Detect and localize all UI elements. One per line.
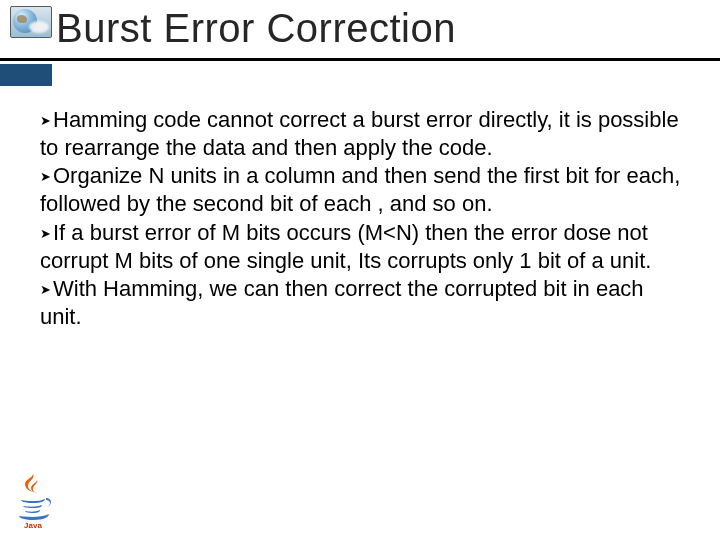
- bullet-text: With Hamming, we can then correct the co…: [40, 276, 644, 329]
- svg-text:Java: Java: [24, 521, 42, 530]
- globe-icon: [10, 6, 52, 38]
- chevron-right-icon: ➤: [40, 282, 51, 297]
- chevron-right-icon: ➤: [40, 169, 51, 184]
- bullet-text: Hamming code cannot correct a burst erro…: [40, 107, 679, 160]
- title-rule: [0, 58, 720, 61]
- slide: Burst Error Correction ➤Hamming code can…: [0, 0, 720, 540]
- java-icon: Java: [12, 470, 54, 530]
- slide-header: Burst Error Correction: [0, 0, 720, 80]
- bullet-item: ➤Organize N units in a column and then s…: [40, 162, 690, 218]
- bullet-item: ➤With Hamming, we can then correct the c…: [40, 275, 690, 331]
- bullet-text: Organize N units in a column and then se…: [40, 163, 680, 216]
- chevron-right-icon: ➤: [40, 113, 51, 128]
- slide-body: ➤Hamming code cannot correct a burst err…: [40, 106, 690, 331]
- slide-title: Burst Error Correction: [56, 6, 456, 51]
- bullet-item: ➤Hamming code cannot correct a burst err…: [40, 106, 690, 162]
- accent-bar: [0, 64, 52, 86]
- bullet-text: If a burst error of M bits occurs (M<N) …: [40, 220, 651, 273]
- chevron-right-icon: ➤: [40, 226, 51, 241]
- bullet-item: ➤If a burst error of M bits occurs (M<N)…: [40, 219, 690, 275]
